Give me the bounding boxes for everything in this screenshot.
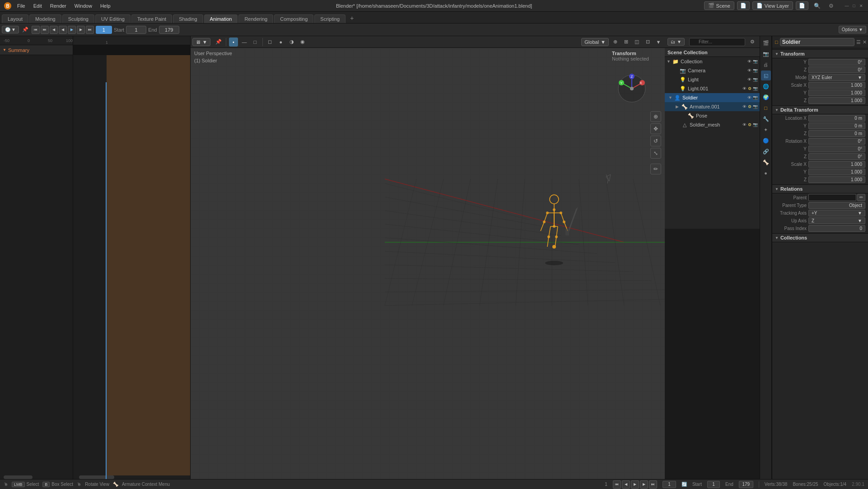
props-particles-icon[interactable]: ✦: [761, 125, 771, 135]
prop-delta-scale-y-value[interactable]: 1.000: [808, 169, 865, 175]
prop-delta-rot-y-value[interactable]: 0°: [808, 146, 865, 152]
shading-solid-btn[interactable]: ●: [276, 38, 285, 47]
tool-rotate-btn[interactable]: ↺: [650, 136, 661, 146]
delta-transform-section-header[interactable]: Delta Transform: [772, 105, 868, 114]
tab-animation[interactable]: Animation: [204, 14, 238, 23]
menu-item-edit[interactable]: Edit: [30, 2, 46, 9]
tab-modeling[interactable]: Modeling: [29, 14, 61, 23]
transform-section-header[interactable]: Transform: [772, 49, 868, 58]
ol-light001-visibility-icon[interactable]: 👁: [742, 86, 747, 91]
prop-parent-value[interactable]: [808, 194, 856, 201]
viewport-shading-menu-btn[interactable]: ▼: [654, 38, 663, 47]
props-obj-close-icon[interactable]: ✕: [863, 39, 867, 45]
tool-annotate-btn[interactable]: ✏: [650, 164, 661, 174]
prop-delta-rot-x-value[interactable]: 0°: [808, 138, 865, 145]
ol-soldier-visibility-icon[interactable]: 👁: [747, 95, 751, 100]
tab-scripting[interactable]: Scripting: [314, 14, 345, 23]
props-render-icon[interactable]: 📷: [761, 49, 771, 59]
status-box-select-btn[interactable]: B Box Select: [42, 482, 73, 487]
prop-delta-scale-z-value[interactable]: 1.000: [808, 176, 865, 183]
prop-scale-z-value[interactable]: 1.000: [808, 97, 865, 104]
viewport-tool2-btn[interactable]: ⊞: [621, 38, 630, 47]
status-pb-btn3[interactable]: ▶: [631, 480, 639, 489]
outliner-filter-btn[interactable]: ⚙: [748, 38, 757, 47]
ol-armature-settings-icon[interactable]: ⚙: [748, 104, 751, 109]
prop-delta-scale-x-value[interactable]: 1.000: [808, 161, 865, 168]
outliner-search-input[interactable]: [689, 38, 745, 46]
start-frame-input[interactable]: [126, 26, 146, 34]
menu-item-file[interactable]: File: [14, 2, 29, 9]
timeline-editor-type-btn[interactable]: 🕐 ▼: [2, 26, 19, 33]
props-scene2-icon[interactable]: 🌐: [761, 81, 771, 91]
status-pb-btn1[interactable]: ⏮: [613, 480, 621, 489]
scene-selector[interactable]: 🎬 Scene: [704, 1, 734, 10]
tab-layout[interactable]: Layout: [2, 14, 28, 23]
prop-delta-loc-y-value[interactable]: 0 m: [808, 122, 865, 129]
prop-delta-loc-x-value[interactable]: 0 m: [808, 115, 865, 122]
prop-delta-rot-z-value[interactable]: 0°: [808, 153, 865, 160]
status-select-btn[interactable]: LMB Select: [12, 482, 39, 487]
tab-sculpting[interactable]: Sculpting: [62, 14, 94, 23]
tool-cursor-btn[interactable]: ⊕: [650, 111, 661, 122]
props-world-icon[interactable]: 🌍: [761, 92, 771, 102]
ol-collection-row[interactable]: ▼ 📁 Collection 👁 📷: [665, 57, 760, 66]
window-close-btn[interactable]: ✕: [858, 3, 864, 9]
ol-light001-row[interactable]: 💡 Light.001 👁 ⚙ 📷: [665, 84, 760, 93]
shading-wireframe-btn[interactable]: ◻: [266, 38, 275, 47]
window-maximize-btn[interactable]: □: [851, 3, 857, 9]
props-constraints-icon[interactable]: 🔗: [761, 146, 771, 156]
status-context-menu-btn[interactable]: Armature Context Menu: [122, 482, 170, 487]
viewport-gizmo[interactable]: X Y Z: [616, 73, 648, 105]
props-output-icon[interactable]: 🖨: [761, 60, 771, 70]
outliner-editor-type-btn[interactable]: 🗂▼: [667, 38, 685, 46]
menu-item-help[interactable]: Help: [97, 2, 114, 9]
tool-scale-btn[interactable]: ⤡: [650, 148, 661, 159]
prop-parent-type-value[interactable]: Object: [808, 202, 865, 209]
viewport-global-dropdown[interactable]: Global ▼: [581, 38, 609, 46]
ol-camera-row[interactable]: 📷 Camera 👁 📷: [665, 66, 760, 75]
prop-rotation-z-value[interactable]: 0°: [808, 66, 865, 73]
status-pb-btn2[interactable]: ◀: [622, 480, 630, 489]
props-object-icon[interactable]: □: [761, 103, 771, 113]
relations-section-header[interactable]: Relations: [772, 184, 868, 193]
ol-pose-row[interactable]: 🦴 Pose: [665, 111, 760, 120]
prop-up-axis-value[interactable]: Z▼: [808, 217, 865, 224]
props-view-layer-icon[interactable]: ◱: [761, 71, 771, 80]
prop-parent-picker-btn[interactable]: ✏: [857, 194, 865, 201]
prop-rotation-y-value[interactable]: 0°: [808, 59, 865, 66]
ol-soldier-mesh-row[interactable]: △ Soldier_mesh 👁 ⚙ 📷: [665, 120, 760, 129]
filter-button[interactable]: ⚙: [826, 2, 836, 10]
ol-light-visibility-icon[interactable]: 👁: [747, 77, 751, 82]
status-pb-btn4[interactable]: ▶: [640, 480, 648, 489]
mode-edges-btn[interactable]: —: [240, 38, 249, 47]
tool-move-btn[interactable]: ✥: [650, 123, 661, 134]
tab-texture-paint[interactable]: Texture Paint: [131, 14, 172, 23]
prop-scale-x-value[interactable]: 1.000: [808, 82, 865, 89]
tab-rendering[interactable]: Rendering: [238, 14, 273, 23]
props-data-icon[interactable]: 🦴: [761, 157, 771, 167]
viewport-tool1-btn[interactable]: ⊕: [611, 38, 620, 47]
ol-armature-visibility-icon[interactable]: 👁: [742, 104, 747, 109]
timeline-summary-header[interactable]: Summary: [0, 45, 73, 55]
timeline-pin-btn[interactable]: 📌: [21, 25, 30, 34]
end-frame-input[interactable]: [159, 26, 179, 34]
view-layer-extra-btn[interactable]: 📄: [796, 1, 808, 10]
ol-light-row[interactable]: 💡 Light 👁 📷: [665, 75, 760, 84]
prop-tracking-axis-value[interactable]: +Y▼: [808, 210, 865, 216]
prop-scale-y-value[interactable]: 1.000: [808, 89, 865, 96]
menu-item-window[interactable]: Window: [71, 2, 96, 9]
playback-jump-end-btn[interactable]: ⏭: [41, 26, 49, 34]
timeline-options-btn[interactable]: Options ▼: [839, 26, 866, 33]
window-minimize-btn[interactable]: —: [844, 3, 850, 9]
shading-rendered-btn[interactable]: ◉: [298, 38, 307, 47]
props-obj-extra-icon[interactable]: ☰: [856, 39, 861, 45]
props-material-icon[interactable]: ●: [761, 168, 771, 178]
viewport-tool3-btn[interactable]: ◫: [632, 38, 641, 47]
status-end-input[interactable]: 179: [739, 481, 753, 488]
ol-camera-visibility-icon[interactable]: 👁: [747, 68, 751, 73]
props-object-name-input[interactable]: [780, 38, 854, 46]
props-scene-icon[interactable]: 🎬: [761, 38, 771, 48]
ol-soldier-render-icon[interactable]: 📷: [753, 95, 758, 100]
playback-jump-start-btn[interactable]: ⏮: [32, 26, 40, 34]
playback-next-frame-btn[interactable]: ▶: [77, 26, 85, 34]
